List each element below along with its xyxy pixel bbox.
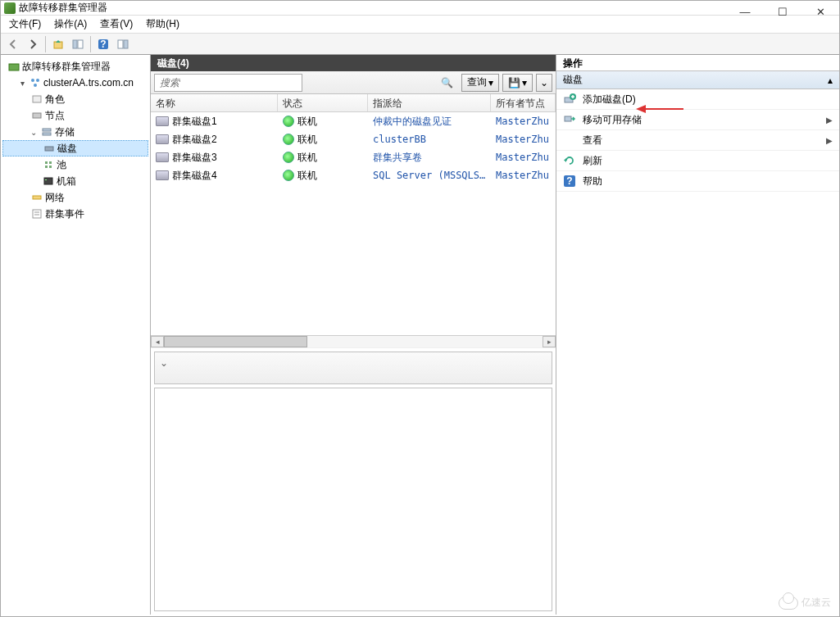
table-row[interactable]: 群集磁盘3联机群集共享卷MasterZhu: [151, 148, 556, 166]
tree-storage[interactable]: ⌄ 存储: [2, 124, 148, 140]
show-hide-actions-button[interactable]: [114, 35, 132, 53]
action-item[interactable]: ?帮助: [556, 171, 839, 192]
svg-point-9: [36, 79, 39, 82]
cell-assign: SQL Server (MSSQLSERV…: [368, 168, 491, 183]
action-item[interactable]: 添加磁盘(D): [556, 89, 839, 110]
chevron-down-icon: ⌄: [160, 357, 168, 369]
chevron-down-icon: ⌄: [540, 77, 548, 88]
more-button[interactable]: ⌄: [536, 74, 552, 92]
toolbar-separator: [90, 36, 91, 52]
query-button[interactable]: 查询 ▾: [461, 74, 499, 92]
tree-enclosures-label: 机箱: [57, 175, 76, 188]
tree-enclosures[interactable]: 机箱: [2, 173, 148, 189]
online-icon: [283, 116, 294, 127]
blank-icon: [563, 134, 576, 147]
cell-name: 群集磁盘2: [172, 133, 217, 147]
th-name[interactable]: 名称: [151, 94, 278, 111]
scroll-thumb[interactable]: [164, 336, 307, 347]
table-row[interactable]: 群集磁盘4联机SQL Server (MSSQLSERV…MasterZhu: [151, 166, 556, 184]
expand-icon[interactable]: ▾: [17, 79, 27, 88]
help-toolbar-button[interactable]: ?: [94, 35, 112, 53]
table-header: 名称 状态 指派给 所有者节点: [151, 94, 556, 112]
menu-file[interactable]: 文件(F): [2, 16, 48, 33]
nav-back-button[interactable]: [4, 35, 22, 53]
th-owner[interactable]: 所有者节点: [491, 94, 556, 111]
svg-rect-19: [49, 166, 52, 168]
watermark: 亿速云: [779, 596, 831, 610]
center-title: 磁盘(4): [157, 57, 189, 70]
tree-nodes[interactable]: 节点: [2, 107, 148, 124]
scroll-left-icon[interactable]: ◂: [151, 336, 164, 347]
search-icon[interactable]: 🔍: [441, 77, 453, 88]
action-item[interactable]: 移动可用存储▶: [556, 110, 839, 130]
th-status[interactable]: 状态: [278, 94, 368, 111]
tree-roles-label: 角色: [45, 93, 65, 107]
svg-rect-17: [49, 161, 52, 164]
save-button[interactable]: 💾 ▾: [502, 74, 533, 92]
toolbar-separator: [45, 36, 46, 52]
show-hide-tree-button[interactable]: [69, 35, 87, 53]
tree-pools[interactable]: 池: [2, 157, 148, 173]
svg-rect-2: [78, 40, 83, 48]
actions-pane: 操作 磁盘 ▴ 添加磁盘(D)移动可用存储▶查看▶刷新?帮助: [556, 55, 839, 615]
svg-rect-23: [33, 210, 41, 218]
online-icon: [283, 170, 294, 181]
menu-action[interactable]: 操作(A): [48, 16, 93, 33]
events-icon: [30, 207, 43, 220]
collapse-icon[interactable]: ▴: [828, 75, 833, 86]
nav-forward-button[interactable]: [24, 35, 42, 53]
svg-rect-1: [73, 40, 77, 48]
scroll-right-icon[interactable]: ▸: [543, 336, 556, 347]
cloud-icon: [779, 597, 798, 610]
expand-icon[interactable]: ⌄: [29, 128, 39, 137]
svg-rect-5: [118, 40, 123, 48]
up-button[interactable]: [49, 35, 67, 53]
tree-networks-label: 网络: [45, 191, 65, 205]
chevron-down-icon: ▾: [522, 77, 527, 88]
action-item[interactable]: 查看▶: [556, 130, 839, 151]
maximize-button[interactable]: ☐: [764, 1, 801, 22]
enclosures-icon: [42, 175, 55, 188]
detail-collapse[interactable]: ⌄: [154, 352, 552, 384]
svg-rect-11: [33, 96, 41, 102]
tree-root[interactable]: 故障转移群集管理器: [2, 58, 148, 75]
tree-networks[interactable]: 网络: [2, 189, 148, 206]
move-storage-icon: [563, 113, 576, 126]
minimize-button[interactable]: —: [726, 1, 764, 22]
menu-bar: 文件(F) 操作(A) 查看(V) 帮助(H): [1, 16, 839, 34]
svg-rect-18: [45, 166, 48, 168]
scroll-track[interactable]: [164, 336, 543, 347]
chevron-right-icon: ▶: [826, 116, 833, 125]
svg-rect-7: [9, 64, 19, 70]
tree-disks[interactable]: 磁盘: [2, 140, 148, 157]
disk-icon: [156, 116, 169, 126]
actions-subheader[interactable]: 磁盘 ▴: [556, 71, 839, 89]
networks-icon: [30, 191, 43, 204]
nav-tree: 故障转移群集管理器 ▾ clusterAA.trs.com.cn 角色 节点 ⌄…: [1, 55, 151, 615]
action-item-label: 添加磁盘(D): [583, 93, 636, 107]
tree-events[interactable]: 群集事件: [2, 206, 148, 222]
svg-text:?: ?: [100, 39, 106, 50]
disk-icon: [156, 152, 169, 162]
menu-view[interactable]: 查看(V): [93, 16, 139, 33]
table-row[interactable]: 群集磁盘2联机clusterBBMasterZhu: [151, 130, 556, 148]
save-icon: 💾: [508, 77, 520, 88]
tree-roles[interactable]: 角色: [2, 91, 148, 107]
actions-list: 添加磁盘(D)移动可用存储▶查看▶刷新?帮助: [556, 89, 839, 192]
refresh-icon: [563, 154, 576, 167]
detail-empty: [154, 388, 552, 612]
tree-pools-label: 池: [57, 158, 66, 172]
close-button[interactable]: ✕: [801, 1, 839, 22]
cell-assign: clusterBB: [368, 132, 491, 147]
menu-help[interactable]: 帮助(H): [139, 16, 186, 33]
cell-owner: MasterZhu: [491, 114, 556, 129]
horizontal-scrollbar[interactable]: ◂ ▸: [151, 335, 556, 348]
main-area: 故障转移群集管理器 ▾ clusterAA.trs.com.cn 角色 节点 ⌄…: [1, 55, 839, 615]
cell-status: 联机: [297, 134, 317, 145]
action-item[interactable]: 刷新: [556, 151, 839, 171]
th-assign[interactable]: 指派给: [368, 94, 491, 111]
search-input[interactable]: [154, 74, 302, 92]
table-row[interactable]: 群集磁盘1联机仲裁中的磁盘见证MasterZhu: [151, 112, 556, 130]
tree-cluster[interactable]: ▾ clusterAA.trs.com.cn: [2, 75, 148, 91]
help-icon: ?: [563, 175, 576, 188]
